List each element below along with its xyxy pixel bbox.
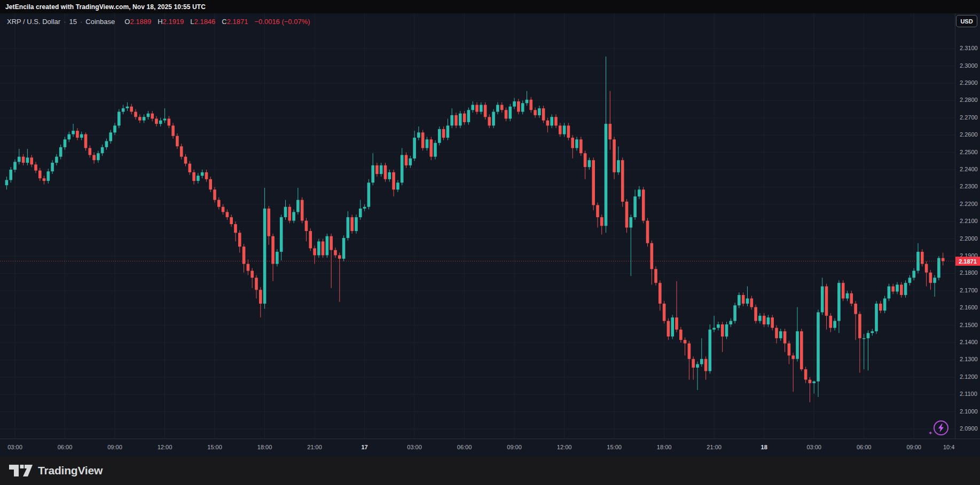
price-axis-label: 2.3000 bbox=[960, 62, 978, 69]
price-axis-label: 2.1400 bbox=[960, 339, 978, 345]
price-axis-label: 2.1700 bbox=[960, 287, 978, 293]
tradingview-chart-window: JetEncila created with TradingView.com, … bbox=[0, 0, 980, 485]
tradingview-logo-icon bbox=[9, 463, 33, 479]
attribution-text: JetEncila created with TradingView.com, … bbox=[5, 3, 206, 11]
price-axis-label: 2.1300 bbox=[960, 356, 978, 362]
attribution-bar: JetEncila created with TradingView.com, … bbox=[0, 0, 980, 13]
time-axis-label: 18:00 bbox=[648, 444, 680, 450]
currency-toggle-button[interactable]: USD bbox=[956, 15, 977, 27]
low-value: 2.1846 bbox=[194, 18, 216, 26]
close-value: 2.1871 bbox=[227, 18, 248, 26]
open-label: O bbox=[124, 18, 130, 26]
time-axis-label: 21:00 bbox=[698, 444, 730, 450]
time-axis-label: 09:00 bbox=[898, 444, 930, 450]
sparkle-icon: ✦ bbox=[928, 430, 932, 436]
time-axis-label: 21:00 bbox=[299, 444, 331, 450]
time-axis-label: 09:00 bbox=[498, 444, 530, 450]
exchange-label[interactable]: Coinbase bbox=[85, 18, 115, 26]
time-axis-label: 06:00 bbox=[49, 444, 81, 450]
price-axis-label: 2.0900 bbox=[960, 425, 978, 432]
time-axis-label: 03:00 bbox=[0, 444, 31, 450]
symbol-title[interactable]: XRP / U.S. Dollar bbox=[7, 18, 60, 26]
price-axis[interactable]: 2.31002.30002.29002.28002.27002.26002.25… bbox=[955, 13, 980, 439]
price-axis-label: 2.1600 bbox=[960, 304, 978, 311]
time-axis-label: 18:00 bbox=[249, 444, 281, 450]
time-axis-label: 15:00 bbox=[598, 444, 630, 450]
price-axis-label: 2.2400 bbox=[960, 166, 978, 172]
tradingview-logo[interactable]: TradingView bbox=[9, 463, 103, 479]
time-axis-label: 09:00 bbox=[99, 444, 131, 450]
low-label: L bbox=[190, 18, 194, 26]
price-axis-label: 2.1200 bbox=[960, 373, 978, 380]
price-axis-label: 2.1100 bbox=[960, 391, 977, 397]
chart-pane[interactable]: XRP / U.S. Dollar · 15 · Coinbase O2.188… bbox=[0, 13, 980, 456]
candlestick-chart[interactable] bbox=[0, 13, 955, 439]
price-axis-label: 2.2700 bbox=[960, 114, 978, 121]
price-axis-label: 2.2600 bbox=[960, 131, 978, 138]
chart-legend[interactable]: XRP / U.S. Dollar · 15 · Coinbase O2.188… bbox=[7, 16, 310, 27]
time-axis-label: 06:00 bbox=[848, 444, 880, 450]
price-axis-label: 2.2100 bbox=[960, 218, 978, 224]
price-axis-label: 2.1500 bbox=[960, 322, 978, 328]
price-axis-label: 2.3100 bbox=[960, 45, 978, 51]
price-axis-label: 2.1800 bbox=[960, 269, 978, 276]
footer-bar: TradingView bbox=[0, 456, 980, 485]
open-value: 2.1889 bbox=[130, 18, 151, 26]
time-axis-label: 15:00 bbox=[199, 444, 231, 450]
lightning-icon[interactable] bbox=[934, 420, 948, 435]
tradingview-wordmark: TradingView bbox=[38, 464, 103, 477]
close-label: C bbox=[222, 18, 226, 26]
legend-separator: · bbox=[64, 18, 66, 26]
price-axis-label: 2.2000 bbox=[960, 235, 978, 242]
price-axis-label: 2.2900 bbox=[960, 79, 978, 86]
interval-label[interactable]: 15 bbox=[69, 18, 77, 26]
time-axis-label: 03:00 bbox=[798, 444, 830, 450]
time-axis-labels: 03:0006:0009:0012:0015:0018:0021:001703:… bbox=[0, 439, 955, 457]
time-axis-label: 12:00 bbox=[149, 444, 181, 450]
high-value: 2.1919 bbox=[163, 18, 184, 26]
high-label: H bbox=[158, 18, 162, 26]
time-axis-label: 10:45 bbox=[935, 444, 955, 450]
time-axis-label: 06:00 bbox=[449, 444, 481, 450]
time-axis-label: 03:00 bbox=[398, 444, 430, 450]
time-axis-label: 12:00 bbox=[548, 444, 581, 450]
change-value: −0.0016 (−0.07%) bbox=[254, 18, 310, 26]
price-axis-label: 2.2200 bbox=[960, 201, 978, 207]
price-axis-label: 2.2500 bbox=[960, 149, 978, 155]
price-axis-label: 2.1000 bbox=[960, 408, 978, 415]
legend-separator: · bbox=[80, 18, 82, 26]
last-price-tag: 2.1871 bbox=[955, 257, 980, 266]
price-axis-label: 2.2800 bbox=[960, 97, 978, 103]
time-axis[interactable]: 03:0006:0009:0012:0015:0018:0021:001703:… bbox=[0, 439, 980, 457]
time-axis-label: 17 bbox=[349, 444, 381, 450]
price-axis-label: 2.2300 bbox=[960, 183, 978, 189]
time-axis-label: 18 bbox=[748, 444, 780, 450]
